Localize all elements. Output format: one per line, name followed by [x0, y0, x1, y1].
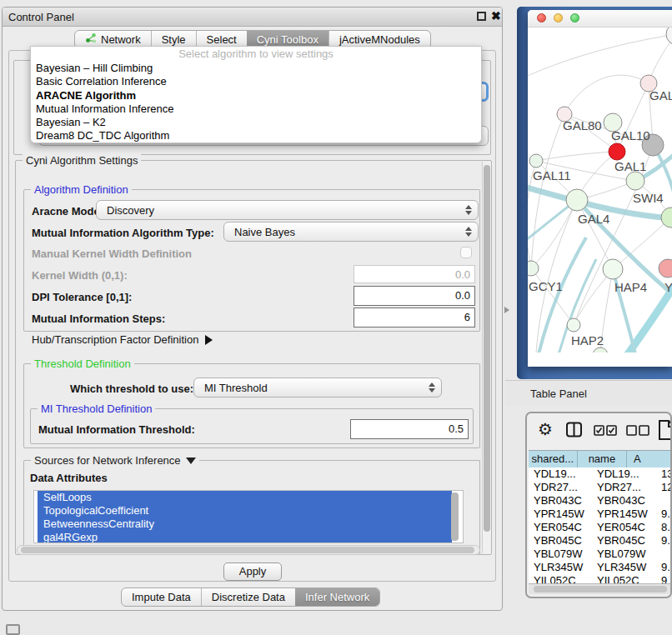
settings-hscrollbar[interactable]	[17, 545, 480, 555]
table-cell	[656, 548, 672, 561]
panel-splitter-handle[interactable]	[504, 307, 509, 313]
data-attributes-list[interactable]: SelfLoops TopologicalCoefficient Between…	[33, 490, 464, 543]
node-cut-bottom[interactable]	[593, 348, 608, 352]
table-cell: YLR345W	[529, 561, 592, 574]
mi-type-value: Naive Bayes	[234, 226, 295, 238]
hub-definition-toggle[interactable]: Hub/Transcription Factor Definition	[32, 333, 213, 346]
mi-type-combo[interactable]: Naive Bayes	[223, 222, 479, 242]
table-cell: 9.	[656, 534, 672, 548]
node-cut-top[interactable]	[666, 28, 672, 45]
mac-close-icon[interactable]	[537, 13, 546, 22]
list-item[interactable]: gal4RGexp	[38, 531, 452, 543]
select-all-columns-icon[interactable]	[594, 424, 617, 439]
table-row[interactable]: YBR045C YBR045C 9.	[529, 534, 672, 548]
float-window-icon[interactable]	[477, 12, 486, 21]
table-cell: YPR145W	[592, 508, 656, 521]
table-cell: YBR043C	[592, 494, 656, 508]
mi-threshold-label: Mutual Information Threshold:	[38, 423, 195, 436]
table-row[interactable]: YLR345W YLR345W 9.	[529, 561, 672, 574]
aracne-mode-value: Discovery	[107, 204, 154, 217]
table-cell	[656, 494, 672, 508]
node-gcy1[interactable]	[528, 261, 539, 276]
control-panel-titlebar[interactable]	[3, 8, 502, 27]
table-cell: YDR27...	[592, 481, 656, 494]
node-gal11[interactable]	[529, 154, 543, 168]
show-columns-icon[interactable]	[565, 421, 583, 442]
which-threshold-value: MI Threshold	[204, 382, 268, 394]
table-cell: 9	[656, 574, 672, 583]
table-cell: YDR27...	[529, 481, 592, 494]
close-icon[interactable]: ✖	[491, 9, 501, 22]
table-body[interactable]: YDL19... YDL19... 13 YDR27... YDR27... 1…	[529, 468, 672, 583]
which-threshold-combo[interactable]: MI Threshold	[193, 378, 442, 398]
table-hscrollbar[interactable]	[529, 583, 672, 594]
table-row[interactable]: YBR043C YBR043C	[529, 494, 672, 508]
node-label: HAP2	[571, 333, 604, 348]
node-hap4[interactable]	[603, 259, 623, 279]
table-cell: YER054C	[529, 521, 592, 534]
settings-scrollbar-thumb[interactable]	[484, 165, 490, 532]
dropdown-item-selected[interactable]: ARACNE Algorithm	[31, 89, 481, 102]
app-root: Control Panel ✖ Network Style Select Cyn…	[0, 0, 672, 635]
column-header-cut[interactable]: A	[627, 451, 672, 468]
list-item[interactable]: BetweennessCentrality	[38, 518, 452, 531]
dropdown-item[interactable]: Bayesian – Hill Climbing	[31, 62, 481, 75]
tab-discretize-data[interactable]: Discretize Data	[201, 588, 295, 606]
node-cut-right[interactable]	[661, 208, 672, 228]
aracne-mode-combo[interactable]: Discovery	[96, 200, 479, 220]
attribute-list-scrollbar-thumb[interactable]	[451, 492, 459, 541]
settings-hscrollbar-thumb[interactable]	[21, 547, 474, 553]
network-window-titlebar[interactable]	[528, 10, 672, 28]
node-hap2[interactable]	[567, 318, 580, 332]
network-canvas[interactable]: GAL GAL80 GAL10 GAL1 GAL11 SWI4 GAL4 GCY…	[528, 28, 672, 352]
combo-stepper-icon	[429, 382, 435, 392]
table-panel-title: Table Panel	[530, 388, 587, 400]
apply-button[interactable]: Apply	[223, 562, 282, 581]
node-label: Y	[664, 280, 672, 294]
mac-minimize-icon[interactable]	[554, 13, 563, 22]
table-row[interactable]: YIL052C YIL052C 9	[529, 574, 672, 583]
table-cell: YLR345W	[592, 561, 656, 574]
table-row[interactable]: YDR27... YDR27... 12	[529, 481, 672, 494]
table-cell: YPR145W	[529, 508, 592, 521]
sources-group-title[interactable]: Sources for Network Inference	[31, 454, 199, 467]
node-gal1[interactable]	[626, 172, 644, 190]
deselect-all-columns-icon[interactable]	[626, 424, 649, 439]
expanded-arrow-icon	[186, 458, 196, 464]
table-row[interactable]: YER054C YER054C 8.	[529, 521, 672, 534]
node-gal4[interactable]	[566, 189, 588, 211]
table-cell: 8.	[656, 521, 672, 534]
tab-infer-network[interactable]: Infer Network	[295, 588, 379, 606]
column-header-name[interactable]: name	[578, 451, 627, 468]
mi-steps-field[interactable]: 6	[354, 308, 475, 328]
settings-scrollbar[interactable]	[482, 162, 491, 553]
dropdown-item[interactable]: Mutual Information Inference	[31, 102, 481, 116]
node-salmon[interactable]	[659, 259, 672, 278]
tab-label: Impute Data	[132, 588, 191, 606]
dropdown-item[interactable]: Bayesian – K2	[31, 116, 481, 129]
table-cell: 9.	[656, 508, 672, 521]
table-row[interactable]: YBL079W YBL079W	[529, 548, 672, 561]
threshold-definition-title: Threshold Definition	[31, 358, 134, 370]
manual-kernel-checkbox	[460, 247, 472, 258]
list-item[interactable]: SelfLoops	[38, 491, 452, 504]
window-grip-icon[interactable]	[6, 624, 20, 635]
dropdown-item[interactable]: Basic Correlation Inference	[31, 75, 481, 88]
mac-zoom-icon[interactable]	[570, 13, 579, 22]
table-cell: YBR043C	[529, 494, 592, 508]
dropdown-item[interactable]: Dream8 DC_TDC Algorithm	[31, 129, 481, 142]
dpi-tolerance-field[interactable]: 0.0	[354, 286, 475, 306]
table-hscrollbar-thumb[interactable]	[534, 586, 667, 592]
mi-threshold-field[interactable]: 0.5	[350, 419, 469, 439]
tab-impute-data[interactable]: Impute Data	[122, 588, 201, 606]
table-row[interactable]: YPR145W YPR145W 9.	[529, 508, 672, 521]
table-settings-gear-icon[interactable]: ⚙	[538, 421, 553, 438]
list-item[interactable]: TopologicalCoefficient	[38, 504, 452, 518]
table-row[interactable]: YDL19... YDL19... 13	[529, 468, 672, 481]
table-cell: YBL079W	[529, 548, 592, 561]
node-selected-red[interactable]	[609, 143, 625, 160]
node-label: GAL10	[611, 128, 650, 142]
import-table-icon[interactable]	[658, 419, 672, 444]
column-header-shared-name[interactable]: shared...	[529, 451, 578, 468]
cyni-bottom-tabbar: Impute Data Discretize Data Infer Networ…	[121, 588, 380, 607]
